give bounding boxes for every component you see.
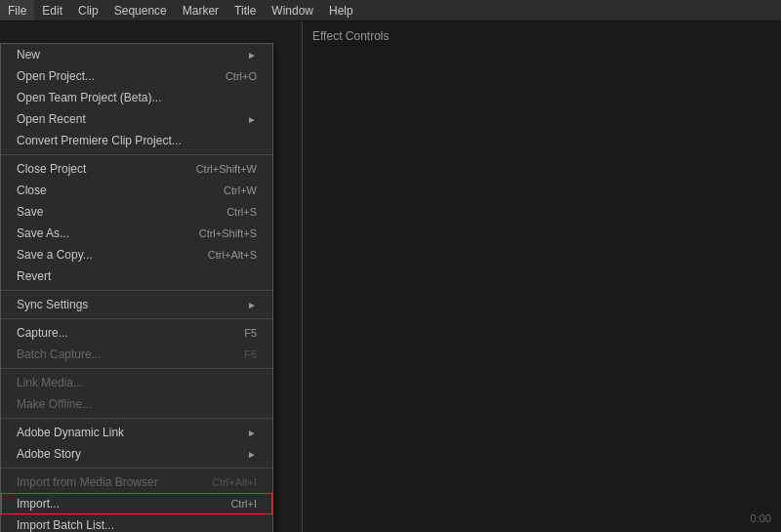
menu-item-open-team-project[interactable]: Open Team Project (Beta)... xyxy=(1,87,272,108)
separator-4 xyxy=(1,368,272,369)
menu-item-batch-capture[interactable]: Batch Capture... F6 xyxy=(1,344,272,365)
menu-item-link-media[interactable]: Link Media... xyxy=(1,372,272,393)
separator-5 xyxy=(1,418,272,419)
menubar: File Edit Clip Sequence Marker Title Win… xyxy=(0,0,781,21)
menu-marker[interactable]: Marker xyxy=(175,0,226,20)
menu-item-import-from-media-browser[interactable]: Import from Media Browser Ctrl+Alt+I xyxy=(1,471,272,493)
menu-item-revert[interactable]: Revert xyxy=(1,266,272,287)
menu-item-adobe-dynamic-link[interactable]: Adobe Dynamic Link ► xyxy=(1,422,272,443)
separator-1 xyxy=(1,154,272,155)
menu-item-open-recent[interactable]: Open Recent ► xyxy=(1,108,272,130)
timecode-display: 0:00 xyxy=(751,512,771,524)
file-dropdown-menu: New ► Open Project... Ctrl+O Open Team P… xyxy=(0,43,273,532)
menu-item-make-offline[interactable]: Make Offline... xyxy=(1,393,272,415)
left-panel: New ► Open Project... Ctrl+O Open Team P… xyxy=(0,21,303,532)
menu-sequence[interactable]: Sequence xyxy=(106,0,175,20)
menu-item-close-project[interactable]: Close Project Ctrl+Shift+W xyxy=(1,158,272,180)
menu-item-save-as[interactable]: Save As... Ctrl+Shift+S xyxy=(1,223,272,244)
menu-item-sync-settings[interactable]: Sync Settings ► xyxy=(1,294,272,315)
menu-item-new[interactable]: New ► xyxy=(1,44,272,65)
menu-item-save-copy[interactable]: Save a Copy... Ctrl+Alt+S xyxy=(1,244,272,266)
main-area: New ► Open Project... Ctrl+O Open Team P… xyxy=(0,21,781,532)
right-panel: Effect Controls 0:00 xyxy=(303,21,781,532)
menu-file[interactable]: File xyxy=(0,0,34,20)
effect-controls-label: Effect Controls xyxy=(303,21,781,51)
menu-help[interactable]: Help xyxy=(321,0,361,20)
menu-item-adobe-story[interactable]: Adobe Story ► xyxy=(1,443,272,465)
menu-window[interactable]: Window xyxy=(264,0,321,20)
menu-item-open-project[interactable]: Open Project... Ctrl+O xyxy=(1,65,272,87)
separator-3 xyxy=(1,318,272,319)
menu-edit[interactable]: Edit xyxy=(34,0,70,20)
menu-item-convert-premiere[interactable]: Convert Premiere Clip Project... xyxy=(1,130,272,151)
menu-item-import[interactable]: Import... Ctrl+I xyxy=(1,493,272,514)
menu-item-close[interactable]: Close Ctrl+W xyxy=(1,180,272,201)
menu-clip[interactable]: Clip xyxy=(70,0,106,20)
menu-title[interactable]: Title xyxy=(226,0,264,20)
menu-item-capture[interactable]: Capture... F5 xyxy=(1,322,272,344)
menu-item-save[interactable]: Save Ctrl+S xyxy=(1,201,272,223)
menu-item-import-batch-list[interactable]: Import Batch List... xyxy=(1,514,272,532)
separator-6 xyxy=(1,468,272,469)
separator-2 xyxy=(1,290,272,291)
